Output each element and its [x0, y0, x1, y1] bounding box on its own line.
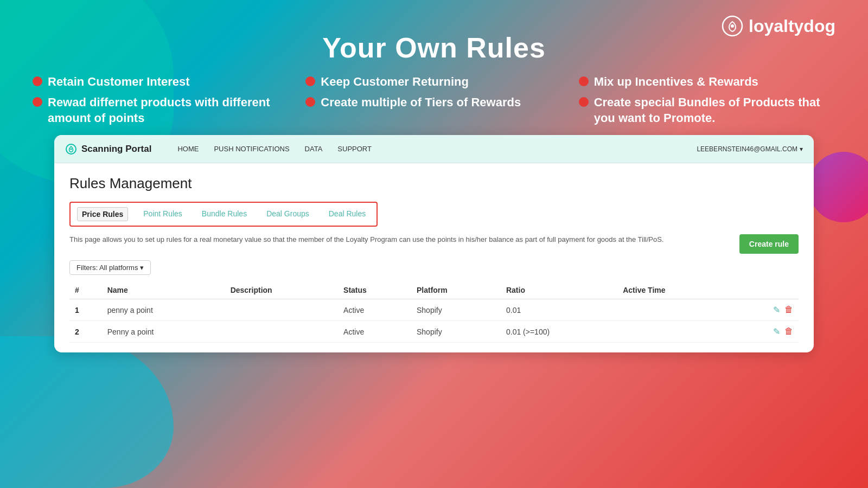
feature-item-4: Rewad differnet products with different … [33, 94, 289, 126]
nav-home[interactable]: HOME [177, 145, 199, 153]
table-row: 1 penny a point Active Shopify 0.01 ✎ 🗑 [69, 299, 799, 321]
feature-item-5: Create multiple of Tiers of Rewards [305, 94, 562, 126]
col-status: Status [338, 281, 411, 299]
portal-nav: Scanning Portal HOME PUSH NOTIFICATIONS … [54, 135, 814, 163]
row2-delete-button[interactable]: 🗑 [784, 326, 793, 337]
tabs-container: Price Rules Point Rules Bundle Rules Dea… [69, 202, 378, 227]
table-header-row: # Name Description Status Platform Ratio… [69, 281, 799, 299]
row2-actions: ✎ 🗑 [732, 321, 799, 343]
row1-num: 1 [69, 299, 102, 321]
bullet-icon-6 [579, 97, 589, 107]
page-description: This page allows you to set up rules for… [69, 234, 731, 245]
logo-text: loyaltydog [749, 16, 835, 36]
col-platform: Platform [411, 281, 501, 299]
row2-name: Penny a point [102, 321, 225, 343]
feature-text-2: Keep Customer Returning [321, 74, 469, 90]
row1-delete-button[interactable]: 🗑 [784, 305, 793, 315]
row2-description [225, 321, 338, 343]
row1-description [225, 299, 338, 321]
description-row: This page allows you to set up rules for… [69, 234, 799, 254]
col-description: Description [225, 281, 338, 299]
bullet-icon-1 [33, 76, 42, 86]
rules-table: # Name Description Status Platform Ratio… [69, 281, 799, 343]
tab-deal-rules[interactable]: Deal Rules [324, 207, 370, 221]
col-ratio: Ratio [501, 281, 617, 299]
create-rule-button[interactable]: Create rule [739, 234, 799, 254]
feature-text-5: Create multiple of Tiers of Rewards [321, 94, 521, 111]
row1-name: penny a point [102, 299, 225, 321]
row1-active-time [617, 299, 732, 321]
feature-text-3: Mix up Incentives & Rewards [594, 74, 758, 90]
header-area: Your Own Rules [0, 0, 868, 74]
col-number: # [69, 281, 102, 299]
col-name: Name [102, 281, 225, 299]
row1-actions: ✎ 🗑 [732, 299, 799, 321]
row2-active-time [617, 321, 732, 343]
feature-item-6: Create special Bundles of Products that … [579, 94, 835, 126]
row1-edit-button[interactable]: ✎ [773, 305, 780, 315]
nav-links: HOME PUSH NOTIFICATIONS DATA SUPPORT [177, 145, 679, 153]
bullet-icon-3 [579, 76, 589, 86]
nav-logo-icon [65, 143, 77, 155]
feature-item-2: Keep Customer Returning [305, 74, 562, 90]
bullet-icon-4 [33, 97, 42, 107]
row2-ratio: 0.01 (>=100) [501, 321, 617, 343]
features-grid: Retain Customer Interest Keep Customer R… [0, 74, 868, 126]
feature-text-4: Rewad differnet products with different … [48, 94, 289, 126]
filter-button[interactable]: Filters: All platforms ▾ [69, 260, 151, 275]
feature-item-1: Retain Customer Interest [33, 74, 289, 90]
feature-text-6: Create special Bundles of Products that … [594, 94, 835, 126]
row2-edit-button[interactable]: ✎ [773, 326, 780, 337]
row2-status: Active [338, 321, 411, 343]
portal-card: Scanning Portal HOME PUSH NOTIFICATIONS … [54, 135, 814, 352]
feature-item-3: Mix up Incentives & Rewards [579, 74, 835, 90]
row1-ratio: 0.01 [501, 299, 617, 321]
col-active-time: Active Time [617, 281, 732, 299]
svg-point-1 [731, 24, 734, 28]
bullet-icon-2 [305, 76, 315, 86]
page-title: Rules Management [69, 175, 799, 192]
nav-support[interactable]: SUPPORT [337, 145, 372, 153]
row1-platform: Shopify [411, 299, 501, 321]
portal-content: Rules Management Price Rules Point Rules… [54, 163, 814, 352]
portal-brand-label: Scanning Portal [81, 144, 151, 155]
row2-platform: Shopify [411, 321, 501, 343]
loyaltydog-logo-icon [722, 15, 743, 37]
portal-brand: Scanning Portal [65, 143, 151, 155]
main-title: Your Own Rules [33, 16, 835, 74]
row1-status: Active [338, 299, 411, 321]
bullet-icon-5 [305, 97, 315, 107]
nav-data[interactable]: DATA [305, 145, 323, 153]
nav-push-notifications[interactable]: PUSH NOTIFICATIONS [214, 145, 289, 153]
col-actions [732, 281, 799, 299]
feature-text-1: Retain Customer Interest [48, 74, 190, 90]
nav-user-menu[interactable]: LEEBERNSTEIN46@GMAIL.COM ▾ [697, 145, 803, 153]
tab-price-rules[interactable]: Price Rules [77, 207, 128, 221]
table-row: 2 Penny a point Active Shopify 0.01 (>=1… [69, 321, 799, 343]
tab-point-rules[interactable]: Point Rules [139, 207, 187, 221]
nav-user-email: LEEBERNSTEIN46@GMAIL.COM [697, 145, 797, 153]
tab-bundle-rules[interactable]: Bundle Rules [197, 207, 251, 221]
row2-num: 2 [69, 321, 102, 343]
nav-user-chevron: ▾ [800, 145, 803, 153]
tab-deal-groups[interactable]: Deal Groups [262, 207, 314, 221]
svg-point-3 [71, 148, 72, 150]
logo: loyaltydog [722, 15, 835, 37]
